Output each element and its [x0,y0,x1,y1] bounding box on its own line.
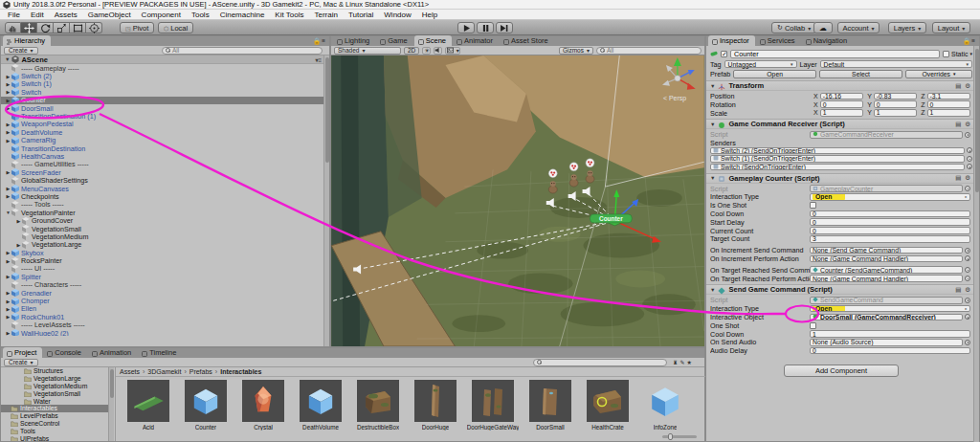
move-tool-button[interactable] [21,22,37,33]
foldout-icon[interactable]: ▶ [5,122,11,127]
transform-scale-y[interactable]: 1 [874,109,917,117]
text-field[interactable]: 0 [810,218,970,226]
foldout-icon[interactable]: ▶ [5,306,11,312]
hierarchy-item-wallhuge02-2-[interactable]: ▶WallHuge02 (2) [1,329,329,336]
object-picker-icon[interactable] [967,147,972,153]
object-picker-icon[interactable] [965,276,970,281]
project-search-input[interactable] [533,359,667,366]
thumbnail-size-slider[interactable] [662,435,697,438]
object-field[interactable]: None (Game Command Handler) [810,275,963,282]
script-field[interactable]: GameplayCounter [810,185,963,192]
cloud-button[interactable]: ☁ [813,22,833,33]
layers-button[interactable]: Layers [888,22,926,33]
script-field[interactable]: GameCommandReceiver [810,131,963,139]
object-picker-icon[interactable] [967,164,972,169]
foldout-icon[interactable]: ▶ [15,242,22,248]
hierarchy-item-chomper[interactable]: ▶Chomper [1,297,329,304]
menu-assets[interactable]: Assets [55,11,78,19]
transform-position-x[interactable]: -16.16 [820,93,863,100]
folder-vegetationsmall[interactable]: VegetationSmall [1,389,108,397]
component-header-icons[interactable]: ▤ ⚙ [955,121,971,128]
hierarchy-separator[interactable]: ----- UI ----- [1,265,329,273]
project-filter-icons[interactable]: ♜✎★ [673,359,694,365]
tab-inspector[interactable]: Inspector [708,35,755,46]
play-button[interactable] [457,22,475,33]
folder-uiprefabs[interactable]: UIPrefabs [1,434,108,441]
object-picker-icon[interactable] [965,186,970,191]
hierarchy-search-input[interactable]: All [162,47,323,55]
tab-services[interactable]: Services [756,35,801,46]
component-header-icons[interactable]: ▤ ⚙ [955,174,971,182]
add-component-button[interactable]: Add Component [784,365,899,377]
object-picker-icon[interactable] [965,132,970,138]
object-field[interactable]: DoorSmall (GameCommandReceiver) [810,314,963,321]
transform-scale-z[interactable]: 1 [927,109,970,117]
menu-kit-tools[interactable]: Kit Tools [275,11,303,19]
foldout-icon[interactable]: ▼ [5,56,10,62]
foldout-icon[interactable]: ▶ [15,218,22,224]
menu-tutorial[interactable]: Tutorial [348,11,373,19]
sender-field[interactable]: Switch (2) (SendOnTriggerEnter) [710,147,965,155]
foldout-icon[interactable]: ▶ [5,138,11,144]
foldout-icon[interactable]: ▶ [5,129,11,135]
asset-doorhuge[interactable]: DoorHuge [409,380,462,441]
breadcrumb-item[interactable]: Interactables [220,368,261,375]
enum-dropdown[interactable]: Open [810,305,970,313]
asset-infozone[interactable]: InfoZone [638,380,692,441]
object-field[interactable]: None (Game Command Handler) [810,255,963,263]
tab-game[interactable]: Game [376,35,412,46]
foldout-icon[interactable]: ▶ [5,250,11,255]
text-field[interactable]: 0 [810,347,970,355]
object-picker-icon[interactable] [965,248,970,254]
hierarchy-lock-menu-icon[interactable]: 🔒≡ [313,37,326,45]
sender-field[interactable]: Switch (SendOnTriggerEnter) [710,164,965,171]
scene-lighting-toggle-icon[interactable]: ☀ [422,47,431,55]
prefab-select-button[interactable]: Select [819,70,902,78]
scene-row-menu-icon[interactable]: ▾≡ [315,56,322,63]
menu-cinemachine[interactable]: Cinemachine [220,11,265,19]
text-field[interactable]: 0 [810,227,970,234]
menu-terrain[interactable]: Terrain [314,11,337,19]
transform-position-y[interactable]: -0.83 [874,93,917,100]
hierarchy-item-vegetationlarge[interactable]: ▶VegetationLarge [1,241,329,249]
scale-tool-button[interactable] [54,22,70,33]
tab-asset-store[interactable]: Asset Store [500,35,554,46]
menu-edit[interactable]: Edit [31,11,44,19]
object-field[interactable]: None (Send Game Command) [810,247,963,254]
object-name-field[interactable]: Counter [730,50,940,58]
folder-water[interactable]: Water [1,397,108,405]
foldout-icon[interactable]: ▶ [5,298,11,304]
gizmos-dropdown[interactable]: Gizmos [559,47,593,55]
local-button[interactable]: ⬡Local [158,22,193,33]
inspector-scrollbar[interactable] [973,46,979,442]
tab-hierarchy[interactable]: Hierarchy [3,35,51,46]
foldout-icon[interactable]: ▶ [5,81,11,87]
account-button[interactable]: Account [837,22,880,33]
inspector-lock-menu-icon[interactable]: 🔒≡ [963,37,976,45]
breadcrumb-item[interactable]: Prefabs [189,368,212,375]
hand-tool-button[interactable] [5,22,21,33]
collab-button[interactable]: ↻Collab [771,22,816,33]
foldout-icon[interactable]: ▶ [5,314,11,320]
object-picker-icon[interactable] [965,298,970,303]
breadcrumb-item[interactable]: 3DGamekit [147,368,181,375]
rect-tool-button[interactable] [70,22,86,33]
transform-scale-x[interactable]: 1 [820,109,863,117]
folder-tools[interactable]: Tools [1,427,108,434]
tab-animation[interactable]: Animation [88,347,137,358]
asset-counter[interactable]: Counter [179,380,233,441]
tab-project[interactable]: Project [3,347,42,358]
menu-gameobject[interactable]: GameObject [88,11,131,19]
scene-viewport[interactable]: Counter < Persp [331,55,704,346]
asset-doorhugegateway[interactable]: DoorHugeGateWay [466,380,520,441]
asset-crystal[interactable]: Crystal [236,380,290,441]
foldout-icon[interactable]: ▶ [5,169,11,175]
folder-levelprefabs[interactable]: LevelPrefabs [1,412,108,420]
active-checkbox[interactable] [721,51,727,57]
foldout-icon[interactable]: ▶ [5,105,11,111]
folder-structures[interactable]: Structures [1,367,108,375]
folder-scenecontrol[interactable]: SceneControl [1,420,108,428]
pivot-button[interactable]: ◳Pivot [120,22,154,33]
foldout-icon[interactable]: ▶ [5,89,11,95]
transform-tool-button[interactable] [86,22,102,33]
